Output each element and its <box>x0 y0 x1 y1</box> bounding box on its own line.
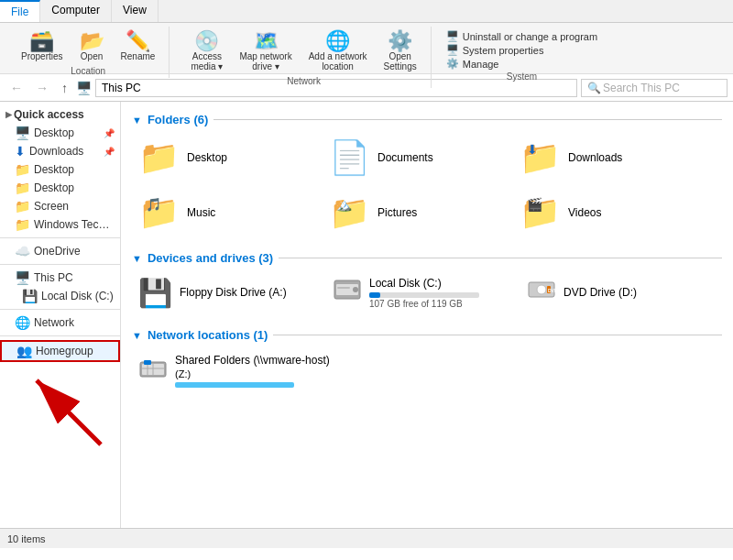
folders-label: Folders (6) <box>148 113 208 126</box>
open-button[interactable]: 📂 Open <box>73 28 111 64</box>
access-media-button[interactable]: 💿 Accessmedia ▾ <box>184 28 229 74</box>
devices-label: Devices and drives (3) <box>148 251 273 265</box>
separator2 <box>0 264 120 265</box>
app-window: File Computer View 🗃️ Properties 📂 Open … <box>0 0 733 560</box>
folder-name-pictures: Pictures <box>377 206 417 219</box>
folder-pictures[interactable]: 📁🏔️ Pictures <box>323 189 506 236</box>
ribbon-group-system: 🖥️ Uninstall or change a program 🖥️ Syst… <box>439 27 605 83</box>
folder-music[interactable]: 📁🎵 Music <box>132 189 315 236</box>
back-button[interactable]: ← <box>5 78 27 98</box>
system-properties-button[interactable]: 🖥️ System properties <box>446 44 597 56</box>
folder-icon: 📁 <box>15 181 30 195</box>
sidebar-item-screen[interactable]: 📁 Screen <box>0 197 120 215</box>
up-button[interactable]: ↑ <box>57 78 72 98</box>
quick-access-label: Quick access <box>14 108 84 121</box>
sidebar-item-windows-technic[interactable]: 📁 Windows Technic <box>0 215 120 234</box>
properties-button[interactable]: 🗃️ Properties <box>15 28 70 64</box>
rename-button[interactable]: ✏️ Rename <box>115 28 162 64</box>
manage-icon: ⚙️ <box>446 58 459 70</box>
quick-access-section: ▶ Quick access 🖥️ Desktop 📌 ⬇ Downloads … <box>0 105 120 234</box>
forward-button[interactable]: → <box>31 78 53 98</box>
folders-divider <box>213 119 722 120</box>
open-icon: 📂 <box>80 31 104 51</box>
status-bar: 10 items <box>0 528 733 548</box>
folder-desktop[interactable]: 📁 Desktop <box>132 134 315 181</box>
path-icon: 🖥️ <box>76 81 92 95</box>
downloads-icon: ⬇ <box>15 144 26 159</box>
documents-folder-icon: 📄 <box>329 138 370 177</box>
sidebar-item-desktop2[interactable]: 📁 Desktop <box>0 160 120 179</box>
onedrive-icon: ☁️ <box>15 244 30 258</box>
devices-section-header: ▼ Devices and drives (3) <box>132 251 722 265</box>
map-network-drive-button[interactable]: 🗺️ Map networkdrive ▾ <box>233 28 298 74</box>
local-disk-name: Local Disk (C:) <box>369 277 479 290</box>
network-divider <box>273 335 722 335</box>
floppy-info: Floppy Disk Drive (A:) <box>180 286 287 301</box>
floppy-icon: 💾 <box>138 277 172 309</box>
sidebar-item-label: OneDrive <box>34 245 81 258</box>
uninstall-icon: 🖥️ <box>446 30 459 42</box>
manage-button[interactable]: ⚙️ Manage <box>446 58 597 70</box>
folder-name-downloads: Downloads <box>568 151 622 164</box>
tab-view[interactable]: View <box>112 0 159 22</box>
pin-icon: 📌 <box>104 147 115 157</box>
tab-computer[interactable]: Computer <box>40 0 112 22</box>
add-network-location-button[interactable]: 🌐 Add a networklocation <box>302 28 374 74</box>
expand-icon: ▶ <box>5 110 12 119</box>
homegroup-icon: 👥 <box>16 344 32 358</box>
folder-name-documents: Documents <box>377 151 433 164</box>
sidebar-item-local-disk[interactable]: 💾 Local Disk (C:) <box>0 287 120 305</box>
sidebar-item-downloads-pinned[interactable]: ⬇ Downloads 📌 <box>0 142 120 160</box>
device-floppy[interactable]: 💾 Floppy Disk Drive (A:) <box>132 272 315 313</box>
folder-downloads[interactable]: 📁⬇ Downloads <box>513 134 696 181</box>
sidebar-item-homegroup[interactable]: 👥 Homegroup <box>0 340 120 362</box>
folder-documents[interactable]: 📄 Documents <box>323 134 506 181</box>
folders-expand-icon: ▼ <box>132 115 142 126</box>
sidebar-item-onedrive[interactable]: ☁️ OneDrive <box>0 242 120 260</box>
properties-icon: 🗃️ <box>29 31 54 51</box>
devices-grid: 💾 Floppy Disk Drive (A:) <box>132 272 722 313</box>
sidebar-item-desktop3[interactable]: 📁 Desktop <box>0 179 120 197</box>
folders-grid: 📁 Desktop 📄 Documents 📁⬇ Downloads <box>132 134 722 236</box>
network-icon: 🌐 <box>15 315 30 330</box>
folder-icon: 📁 <box>15 217 30 232</box>
local-disk-icon: 💾 <box>22 289 38 303</box>
folder-icon: 📁 <box>15 162 30 177</box>
music-folder-icon: 📁🎵 <box>138 193 180 232</box>
sidebar-item-network[interactable]: 🌐 Network <box>0 313 120 332</box>
devices-divider <box>279 258 722 258</box>
local-disk-progress-bar <box>369 292 479 298</box>
separator4 <box>0 335 120 336</box>
quick-access-header[interactable]: ▶ Quick access <box>0 105 120 124</box>
folder-name-desktop: Desktop <box>187 151 227 164</box>
shared-folder-progress <box>175 382 294 388</box>
sidebar-item-desktop-pinned[interactable]: 🖥️ Desktop 📌 <box>0 124 120 142</box>
svg-point-2 <box>353 287 358 292</box>
access-media-icon: 💿 <box>194 31 219 51</box>
search-placeholder: Search This PC <box>603 82 680 94</box>
uninstall-program-button[interactable]: 🖥️ Uninstall or change a program <box>446 30 597 42</box>
sidebar-item-this-pc[interactable]: 🖥️ This PC <box>0 269 120 287</box>
network-expand-icon: ▼ <box>132 330 142 341</box>
ribbon-tabs: File Computer View <box>0 0 733 23</box>
folders-section-header: ▼ Folders (6) <box>132 113 722 126</box>
sidebar-item-label: Windows Technic <box>34 218 115 231</box>
devices-expand-icon: ▼ <box>132 253 142 264</box>
sidebar: ▶ Quick access 🖥️ Desktop 📌 ⬇ Downloads … <box>0 102 121 528</box>
open-settings-button[interactable]: ⚙️ OpenSettings <box>377 28 423 74</box>
svg-point-5 <box>537 285 546 294</box>
sidebar-item-label: Downloads <box>29 145 83 158</box>
tab-file[interactable]: File <box>0 0 40 22</box>
svg-rect-3 <box>337 287 350 289</box>
svg-rect-13 <box>144 360 151 365</box>
sidebar-item-label: This PC <box>34 271 73 284</box>
device-dvd[interactable]: DVD DVD Drive (D:) <box>520 272 704 313</box>
ribbon-group-network: 💿 Accessmedia ▾ 🗺️ Map networkdrive ▾ 🌐 … <box>177 27 431 88</box>
downloads-folder-icon: 📁⬇ <box>520 138 561 177</box>
folder-videos[interactable]: 📁🎬 Videos <box>513 189 696 236</box>
content-area: ▼ Folders (6) 📁 Desktop 📄 Documents <box>121 102 733 528</box>
device-local-disk[interactable]: Local Disk (C:) 107 GB free of 119 GB <box>326 272 509 313</box>
folder-name-music: Music <box>187 206 215 219</box>
add-network-icon: 🌐 <box>325 31 350 51</box>
network-item-shared[interactable]: Shared Folders (\\vmware-host) (Z:) <box>132 349 361 392</box>
